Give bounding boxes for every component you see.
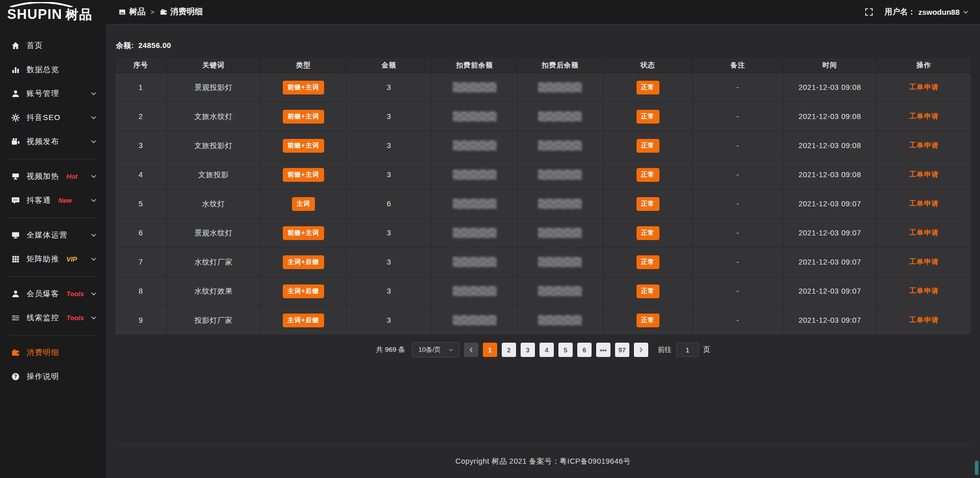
goto-suffix: 页 — [703, 345, 710, 354]
scroll-indicator[interactable] — [975, 461, 978, 475]
cell-keyword: 水纹灯 — [166, 189, 260, 219]
page-button-2[interactable]: 2 — [502, 343, 516, 357]
page-button-5[interactable]: 5 — [558, 343, 573, 357]
work-order-link[interactable]: 工单申请 — [909, 316, 939, 324]
cell-time: 2021-12-03 09:08 — [782, 73, 876, 102]
page-button-97[interactable]: 97 — [615, 343, 629, 357]
work-order-link[interactable]: 工单申请 — [909, 112, 939, 120]
sidebar-item-label: 视频加热 — [27, 172, 59, 181]
sidebar-item-question[interactable]: ?操作说明 — [0, 365, 106, 389]
balance-value: 24856.00 — [138, 41, 171, 50]
sidebar-item-label: 矩阵助推 — [27, 254, 59, 264]
cell-action: 工单申请 — [877, 102, 971, 131]
cell-index: 5 — [115, 189, 167, 219]
sidebar-item-gear[interactable]: 抖音SEO — [0, 106, 106, 130]
work-order-link[interactable]: 工单申请 — [909, 258, 939, 266]
sidebar-item-screen-heat[interactable]: 视频加热Hot — [0, 164, 106, 188]
more-pages-button[interactable]: ••• — [596, 343, 610, 357]
breadcrumb-item-current[interactable]: 消费明细 — [160, 7, 203, 17]
username-label: 用户名： — [885, 7, 915, 17]
sidebar-item-chat[interactable]: 抖客通New — [0, 188, 106, 212]
table-row: 4文旅投影前缀+主词3正常-2021-12-03 09:08工单申请 — [115, 160, 971, 189]
sidebar-item-video-camera[interactable]: 视频发布 — [0, 130, 106, 154]
sidebar-menu: 首页数据总览账号管理抖音SEO视频发布视频加热Hot抖客通New全媒体运营矩阵助… — [0, 29, 106, 389]
type-badge: 主词+后缀 — [283, 314, 324, 327]
goto-page-input[interactable] — [676, 343, 699, 357]
cell-time: 2021-12-03 09:07 — [782, 277, 876, 306]
cell-time: 2021-12-03 09:08 — [782, 160, 876, 189]
work-order-link[interactable]: 工单申请 — [909, 171, 939, 178]
chevron-down-icon — [90, 197, 97, 204]
cell-balance-before — [432, 277, 518, 306]
cell-amount: 3 — [346, 73, 432, 102]
cell-amount: 3 — [346, 219, 432, 248]
cell-action: 工单申请 — [877, 248, 971, 277]
cell-index: 6 — [115, 219, 167, 248]
next-page-button[interactable] — [634, 343, 648, 357]
page-button-3[interactable]: 3 — [521, 343, 535, 357]
page-button-4[interactable]: 4 — [540, 343, 554, 357]
type-badge: 主词+后缀 — [283, 284, 324, 298]
redacted-balance-before — [453, 199, 497, 209]
sidebar-item-user[interactable]: 账号管理 — [0, 82, 106, 106]
breadcrumb-item-home[interactable]: 树品 — [118, 7, 145, 17]
user-menu[interactable]: 用户名： zswodun88 — [885, 7, 969, 17]
page-size-select[interactable]: 10条/页 — [412, 342, 459, 357]
chevron-down-icon — [90, 114, 97, 121]
redacted-balance-after — [538, 315, 582, 325]
cell-status: 正常 — [603, 277, 693, 306]
table-row: 2文旅水纹灯前缀+主词3正常-2021-12-03 09:08工单申请 — [115, 102, 971, 131]
status-badge: 正常 — [636, 197, 659, 211]
work-order-link[interactable]: 工单申请 — [909, 287, 939, 295]
cell-index: 2 — [115, 102, 167, 131]
cell-remark: - — [693, 248, 782, 277]
cell-time: 2021-12-03 09:08 — [782, 102, 876, 131]
type-badge: 前缀+主词 — [283, 81, 324, 94]
work-order-link[interactable]: 工单申请 — [909, 141, 939, 149]
cell-balance-before — [432, 306, 518, 335]
cell-index: 9 — [115, 306, 167, 335]
table-row: 5水纹灯主词6正常-2021-12-03 09:07工单申请 — [115, 189, 971, 219]
content: 余额: 24856.00 序号关键词类型金额扣费前余额扣费后余额状态备注时间操作… — [106, 25, 980, 478]
sidebar-item-sliders[interactable]: 线索监控Tools — [0, 306, 106, 330]
redacted-balance-before — [453, 82, 497, 92]
work-order-link[interactable]: 工单申请 — [909, 200, 939, 207]
chevron-down-icon — [90, 232, 97, 238]
app-root: SHUPIN 树品 首页数据总览账号管理抖音SEO视频发布视频加热Hot抖客通N… — [0, 0, 980, 478]
sidebar-item-wallet[interactable]: 消费明细 — [0, 341, 106, 365]
home-icon — [11, 41, 20, 50]
cell-action: 工单申请 — [877, 131, 971, 160]
fullscreen-icon[interactable] — [865, 8, 873, 16]
sidebar-item-label: 账号管理 — [27, 89, 59, 99]
sidebar-item-home[interactable]: 首页 — [0, 34, 106, 58]
redacted-balance-after — [538, 111, 582, 122]
type-badge: 前缀+主词 — [283, 139, 324, 153]
cell-remark: - — [693, 306, 782, 335]
cell-keyword: 文旅投影 — [166, 160, 260, 189]
sidebar-item-label: 操作说明 — [27, 372, 59, 381]
page-button-6[interactable]: 6 — [577, 343, 592, 357]
page-button-1[interactable]: 1 — [483, 343, 497, 357]
wallet-icon — [11, 348, 20, 357]
table-row: 8水纹灯效果主词+后缀3正常-2021-12-03 09:07工单申请 — [115, 277, 971, 306]
cell-time: 2021-12-03 09:08 — [782, 131, 876, 160]
cell-remark: - — [693, 277, 782, 306]
bar-chart-icon — [11, 65, 20, 74]
cell-balance-before — [432, 131, 518, 160]
cell-balance-before — [432, 219, 518, 248]
logo[interactable]: SHUPIN 树品 — [0, 0, 106, 29]
sidebar-item-grid[interactable]: 矩阵助推VIP — [0, 247, 106, 271]
sidebar-item-monitor[interactable]: 全媒体运营 — [0, 223, 106, 247]
prev-page-button[interactable] — [464, 343, 478, 357]
work-order-link[interactable]: 工单申请 — [909, 229, 939, 236]
table-row: 6景观水纹灯前缀+主词3正常-2021-12-03 09:07工单申请 — [115, 219, 971, 248]
column-header: 类型 — [261, 58, 347, 73]
cell-index: 8 — [115, 277, 167, 306]
cell-keyword: 景观水纹灯 — [166, 219, 260, 248]
sidebar-item-bar-chart[interactable]: 数据总览 — [0, 58, 106, 82]
cell-balance-after — [518, 131, 603, 160]
sidebar-item-member[interactable]: 会员爆客Tools — [0, 282, 106, 306]
cell-action: 工单申请 — [877, 277, 971, 306]
redacted-balance-after — [538, 140, 582, 151]
work-order-link[interactable]: 工单申请 — [909, 83, 939, 91]
